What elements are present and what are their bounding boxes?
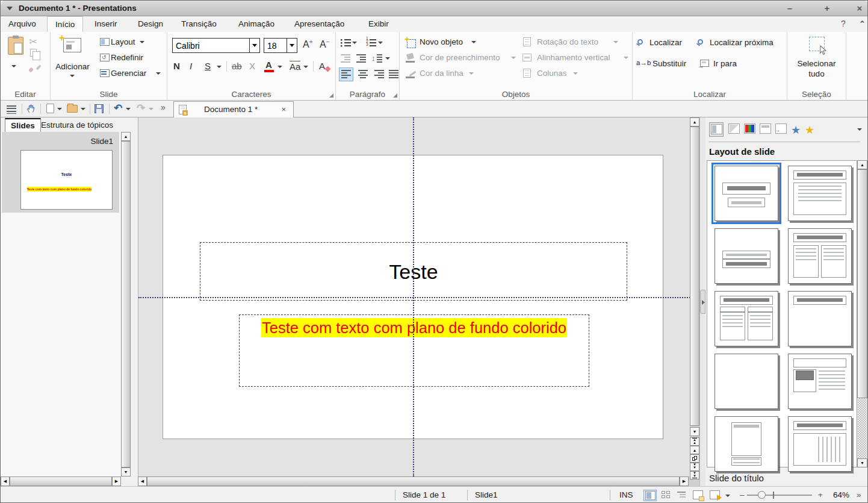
- pan-hand-icon[interactable]: [26, 104, 37, 114]
- save-icon[interactable]: [95, 104, 104, 113]
- last-slide-button[interactable]: ▼▼: [690, 471, 699, 480]
- normal-view-button[interactable]: [643, 490, 657, 501]
- tab-apresentacao[interactable]: Apresentação: [287, 16, 352, 32]
- slide-sorter-button[interactable]: [660, 490, 674, 501]
- strikethrough-button[interactable]: ab: [232, 61, 242, 71]
- align-justify-icon[interactable]: [389, 70, 399, 78]
- sidebar-menu-dropdown[interactable]: [857, 128, 862, 131]
- bullets-dropdown[interactable]: [352, 42, 357, 44]
- menu-icon[interactable]: [7, 105, 16, 114]
- sidebar-properties-icon[interactable]: [709, 122, 724, 137]
- sidebar-animation-icon[interactable]: [743, 122, 757, 137]
- view-dropdown[interactable]: [725, 495, 730, 497]
- align-right-icon[interactable]: [374, 70, 385, 78]
- underline-button[interactable]: S: [205, 61, 211, 71]
- copy-icon[interactable]: [30, 49, 37, 57]
- slide-thumbnail[interactable]: Teste Teste com texto com plano de fundo…: [20, 150, 113, 210]
- scroll-up-button[interactable]: ▲: [121, 132, 131, 141]
- layout-option-title-content[interactable]: [788, 166, 852, 221]
- zoom-out-button[interactable]: –: [740, 490, 745, 499]
- layout-option-content-right[interactable]: [788, 354, 852, 409]
- shrink-font-button[interactable]: A−: [320, 39, 330, 50]
- canvas-scroll-left[interactable]: ◀: [138, 476, 147, 486]
- layout-option-content-caption[interactable]: [715, 416, 778, 472]
- layout-option-vertical-text[interactable]: [788, 416, 852, 472]
- sidebar-transition-icon[interactable]: [727, 122, 742, 137]
- paste-icon[interactable]: [8, 37, 23, 55]
- canvas-scroll-up[interactable]: ▲: [690, 117, 699, 127]
- next-slide-button[interactable]: ▼▼: [690, 463, 699, 471]
- window-menu-icon[interactable]: [7, 7, 13, 10]
- canvas-scroll-right[interactable]: ▶: [680, 476, 689, 486]
- slide-pages-button[interactable]: [690, 454, 699, 463]
- paragrafo-dialog-launcher[interactable]: [393, 93, 397, 98]
- tab-arquivo[interactable]: Arquivo: [1, 16, 44, 32]
- sidebar-scroll-up[interactable]: ▲: [857, 160, 867, 169]
- change-case-button[interactable]: Aa: [290, 61, 300, 72]
- grow-font-button[interactable]: A+: [303, 39, 313, 50]
- notes-view-button[interactable]: [692, 490, 705, 501]
- subscript-button[interactable]: X: [249, 61, 255, 71]
- new-document-dropdown[interactable]: [57, 108, 62, 110]
- close-button[interactable]: ×: [853, 2, 866, 14]
- layout-option-title-sub[interactable]: [715, 166, 778, 221]
- zoom-slider[interactable]: [747, 495, 812, 496]
- help-icon[interactable]: ?: [841, 19, 846, 28]
- tab-design[interactable]: Design: [130, 16, 171, 32]
- document-tab[interactable]: Documento 1 * ×: [173, 101, 294, 117]
- document-tab-close[interactable]: ×: [281, 105, 286, 114]
- numbering-dropdown[interactable]: [378, 42, 383, 44]
- sidebar-master-icon[interactable]: [758, 122, 773, 137]
- collapse-ribbon-icon[interactable]: ⌃: [859, 19, 866, 28]
- sidebar-effects-icon[interactable]: ★: [805, 123, 814, 137]
- layout-option-title-only[interactable]: [788, 291, 852, 346]
- numbering-icon[interactable]: [366, 39, 376, 47]
- first-slide-button[interactable]: ▲▲: [690, 437, 699, 446]
- previous-slide-button[interactable]: ▲: [690, 446, 699, 454]
- align-left-icon[interactable]: [341, 70, 352, 78]
- body-placeholder[interactable]: Teste com texto com plano de fundo color…: [239, 314, 589, 387]
- open-file-dropdown[interactable]: [81, 108, 85, 110]
- new-document-icon[interactable]: [46, 104, 54, 113]
- increase-indent-icon[interactable]: [356, 54, 367, 63]
- tab-animacao[interactable]: Animação: [231, 16, 282, 32]
- tab-inicio[interactable]: Início: [47, 16, 83, 32]
- caracteres-dialog-launcher[interactable]: [329, 93, 333, 98]
- sidebar-scrollbar[interactable]: ▲ ▼: [857, 160, 867, 467]
- font-name-combo[interactable]: Calibri: [172, 38, 260, 53]
- change-case-dropdown[interactable]: [303, 66, 308, 68]
- font-size-dropdown[interactable]: [287, 39, 297, 52]
- selected-slide-row[interactable]: Slide1 Teste Teste com texto com plano d…: [2, 132, 119, 213]
- sidebar-scroll-down[interactable]: ▼: [857, 458, 867, 467]
- font-size-combo[interactable]: 18: [264, 38, 297, 53]
- slides-panel-hscrollbar[interactable]: ◀ ▶: [1, 476, 121, 486]
- slides-panel-scrollbar[interactable]: ▲ ▼: [121, 132, 131, 476]
- zoom-in-button[interactable]: +: [818, 490, 823, 499]
- layout-option-centered-text[interactable]: [715, 228, 778, 284]
- sidebar-collapse-handle[interactable]: [700, 290, 705, 314]
- bullets-icon[interactable]: [341, 39, 351, 47]
- layout-option-two-content[interactable]: [788, 228, 852, 284]
- underline-dropdown[interactable]: [217, 66, 222, 68]
- open-file-icon[interactable]: [67, 105, 78, 113]
- layout-option-blank[interactable]: [715, 354, 778, 409]
- toolbar-overflow[interactable]: »: [161, 102, 166, 112]
- italic-button[interactable]: I: [190, 61, 192, 71]
- scroll-right-button[interactable]: ▶: [112, 476, 121, 486]
- minimize-button[interactable]: –: [783, 2, 796, 14]
- sidebar-custom-animation-icon[interactable]: ★: [791, 123, 801, 137]
- font-color-dropdown[interactable]: [277, 66, 282, 68]
- clone-formatting-icon[interactable]: [28, 63, 38, 73]
- cut-icon[interactable]: ✂: [29, 36, 37, 48]
- scroll-down-button[interactable]: ▼: [121, 467, 131, 476]
- line-spacing-dropdown[interactable]: [385, 57, 390, 60]
- slide-canvas[interactable]: Teste Teste com texto com plano de fundo…: [138, 117, 690, 476]
- line-spacing-icon[interactable]: [372, 54, 382, 63]
- clear-formatting-button[interactable]: A: [319, 61, 325, 71]
- start-slideshow-button[interactable]: [708, 490, 722, 501]
- maximize-button[interactable]: +: [820, 2, 834, 14]
- sidebar-navigator-icon[interactable]: →: [774, 122, 789, 137]
- canvas-scroll-down[interactable]: ▼: [690, 427, 699, 436]
- scroll-left-button[interactable]: ◀: [1, 476, 10, 486]
- canvas-vscrollbar[interactable]: ▲ ▼ ▲▲ ▲ ▼▼ ▼▼: [690, 117, 699, 486]
